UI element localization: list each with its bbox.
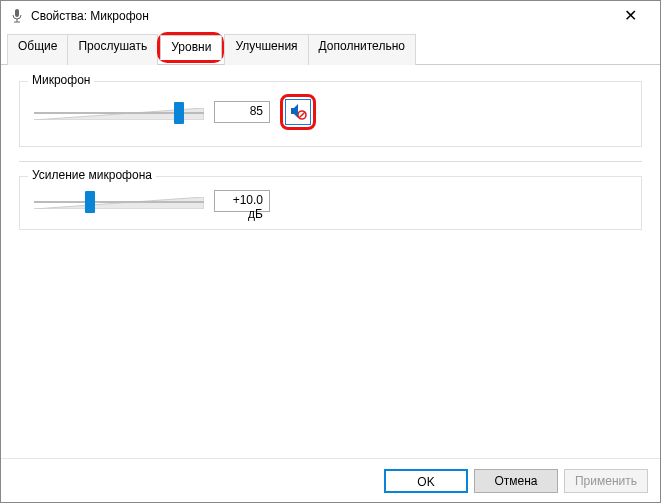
boost-level-group: Усиление микрофона +10.0 дБ bbox=[19, 176, 642, 230]
dialog-footer: OK Отмена Применить bbox=[1, 458, 660, 502]
mic-level-slider[interactable] bbox=[34, 100, 204, 124]
boost-level-value[interactable]: +10.0 дБ bbox=[214, 190, 270, 212]
boost-group-title: Усиление микрофона bbox=[28, 168, 156, 182]
svg-rect-0 bbox=[15, 9, 19, 17]
properties-dialog: Свойства: Микрофон ✕ Общие Прослушать Ур… bbox=[0, 0, 661, 503]
mic-group-title: Микрофон bbox=[28, 73, 94, 87]
tab-strip: Общие Прослушать Уровни Улучшения Дополн… bbox=[1, 31, 660, 65]
tab-listen[interactable]: Прослушать bbox=[67, 34, 158, 65]
tab-levels[interactable]: Уровни bbox=[160, 35, 222, 60]
slider-ramp-icon bbox=[34, 197, 204, 209]
annotation-highlight-tab: Уровни bbox=[157, 32, 224, 63]
svg-marker-7 bbox=[34, 197, 204, 209]
mic-level-value[interactable]: 85 bbox=[214, 101, 270, 123]
apply-button[interactable]: Применить bbox=[564, 469, 648, 493]
ok-button[interactable]: OK bbox=[384, 469, 468, 493]
speaker-muted-icon bbox=[289, 102, 307, 123]
microphone-icon bbox=[9, 8, 25, 24]
svg-line-6 bbox=[299, 112, 305, 118]
mic-mute-button[interactable] bbox=[285, 99, 311, 125]
boost-level-slider[interactable] bbox=[34, 189, 204, 213]
tab-content: Микрофон 85 Усиление ми bbox=[1, 65, 660, 260]
tab-enhancements[interactable]: Улучшения bbox=[224, 34, 308, 65]
cancel-button[interactable]: Отмена bbox=[474, 469, 558, 493]
tab-general[interactable]: Общие bbox=[7, 34, 68, 65]
svg-marker-4 bbox=[291, 104, 298, 118]
titlebar: Свойства: Микрофон ✕ bbox=[1, 1, 660, 31]
separator bbox=[19, 161, 642, 162]
window-title: Свойства: Микрофон bbox=[31, 9, 608, 23]
mic-level-group: Микрофон 85 bbox=[19, 81, 642, 147]
close-button[interactable]: ✕ bbox=[608, 2, 652, 30]
annotation-highlight-mute bbox=[280, 94, 316, 130]
tab-advanced[interactable]: Дополнительно bbox=[308, 34, 416, 65]
